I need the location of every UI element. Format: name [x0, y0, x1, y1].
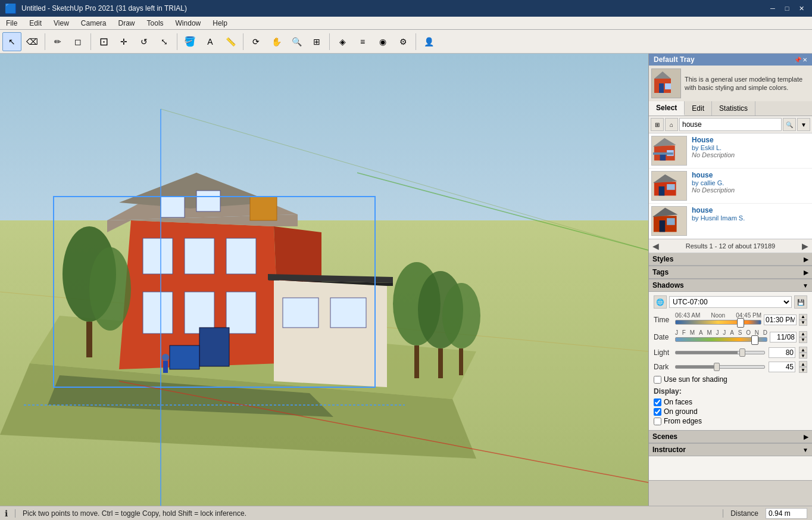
pencil-tool-button[interactable]: ✏: [48, 32, 67, 51]
tray-pin-button[interactable]: 📌: [794, 57, 801, 63]
on-ground-row: On ground: [654, 407, 807, 416]
styles-tool-button[interactable]: ◉: [373, 32, 392, 51]
zoom-ext-tool-button[interactable]: ⊞: [307, 32, 326, 51]
tags-expand-icon: ▶: [804, 269, 808, 276]
tray-close-button[interactable]: ✕: [802, 57, 807, 63]
menu-tools[interactable]: Tools: [141, 18, 170, 29]
list-item[interactable]: house by Husnil Imam S.: [649, 204, 812, 239]
svg-rect-57: [667, 184, 675, 190]
scenes-header[interactable]: Scenes ▶: [649, 431, 812, 443]
menu-camera[interactable]: Camera: [75, 18, 113, 29]
timezone-save-button[interactable]: 💾: [794, 295, 807, 309]
push-pull-tool-button[interactable]: ⊡: [94, 32, 113, 51]
svg-rect-14: [226, 238, 256, 274]
dark-value-arrows: ▲ ▼: [799, 361, 807, 373]
select-tool-button[interactable]: ↖: [2, 32, 21, 51]
time-slider-track[interactable]: [675, 320, 761, 325]
component-name[interactable]: house: [692, 171, 810, 179]
menu-draw[interactable]: Draw: [113, 18, 141, 29]
user-tool-button[interactable]: 👤: [419, 32, 438, 51]
on-faces-checkbox[interactable]: [654, 398, 661, 406]
light-row: Light 80 ▲ ▼: [654, 347, 807, 359]
component-name[interactable]: house: [692, 206, 810, 214]
components-tool-button[interactable]: ◈: [333, 32, 352, 51]
menu-help[interactable]: Help: [207, 18, 233, 29]
orbit-tool-button[interactable]: ⟳: [246, 32, 266, 51]
light-slider-track[interactable]: [675, 351, 765, 354]
menu-window[interactable]: Window: [170, 18, 207, 29]
shapes-tool-button[interactable]: ◻: [68, 32, 88, 51]
time-slider-thumb[interactable]: [737, 318, 744, 328]
component-author: by Husnil Imam S.: [692, 214, 810, 222]
rotate-tool-button[interactable]: ↺: [135, 32, 154, 51]
dark-value-input[interactable]: 45: [769, 362, 795, 372]
dark-slider-thumb[interactable]: [714, 363, 720, 371]
time-value-input[interactable]: [764, 315, 797, 325]
dark-slider-track[interactable]: [675, 365, 765, 369]
date-slider-track[interactable]: [675, 337, 767, 342]
nav-back-button[interactable]: ◀: [652, 241, 659, 251]
on-ground-checkbox[interactable]: [654, 408, 661, 416]
search-input[interactable]: [679, 118, 782, 131]
date-up-button[interactable]: ▲: [799, 331, 807, 337]
light-slider-thumb[interactable]: [739, 348, 745, 357]
svg-rect-34: [438, 348, 443, 378]
timezone-select[interactable]: UTC-07:00 UTC-08:00 UTC-06:00: [669, 296, 792, 308]
time-up-button[interactable]: ▲: [799, 314, 807, 320]
svg-point-35: [442, 283, 480, 348]
extensions-tool-button[interactable]: ⚙: [393, 32, 413, 51]
menu-view[interactable]: View: [48, 18, 75, 29]
from-edges-row: From edges: [654, 417, 807, 425]
tags-header[interactable]: Tags ▶: [649, 266, 812, 279]
zoom-tool-button[interactable]: 🔍: [287, 32, 306, 51]
search-button[interactable]: 🔍: [783, 118, 796, 131]
search-dropdown-button[interactable]: ▼: [797, 118, 810, 131]
shadows-collapse-icon: ▼: [802, 282, 808, 289]
styles-header[interactable]: Styles ▶: [649, 253, 812, 266]
light-down-button[interactable]: ▼: [799, 353, 807, 359]
time-row: Time 06:43 AM Noon 04:45 PM ▲: [654, 312, 807, 327]
list-item[interactable]: house by callie G. No Description: [649, 169, 812, 204]
dark-down-button[interactable]: ▼: [799, 367, 807, 373]
tray-controls: 📌 ✕: [794, 57, 807, 63]
move-tool-button[interactable]: ✛: [114, 32, 133, 51]
scale-tool-button[interactable]: ⤡: [155, 32, 174, 51]
nav-forward-button[interactable]: ▶: [802, 241, 808, 251]
tab-edit[interactable]: Edit: [685, 101, 712, 116]
svg-marker-55: [653, 175, 677, 183]
home-button[interactable]: ⌂: [665, 118, 678, 131]
grid-view-button[interactable]: ⊞: [651, 118, 664, 131]
shadows-header[interactable]: Shadows ▼: [649, 279, 812, 292]
minimize-button[interactable]: ─: [767, 2, 779, 14]
component-name[interactable]: House: [692, 136, 810, 144]
close-button[interactable]: ✕: [795, 2, 807, 14]
light-up-button[interactable]: ▲: [799, 347, 807, 353]
distance-input[interactable]: [766, 508, 807, 519]
menu-file[interactable]: File: [0, 18, 23, 29]
viewport[interactable]: [0, 54, 648, 506]
date-slider-thumb[interactable]: [751, 335, 758, 345]
date-down-button[interactable]: ▼: [799, 337, 807, 343]
menu-edit[interactable]: Edit: [23, 18, 48, 29]
paint-tool-button[interactable]: 🪣: [180, 32, 199, 51]
tab-select[interactable]: Select: [649, 101, 685, 116]
pan-tool-button[interactable]: ✋: [267, 32, 286, 51]
tape-tool-button[interactable]: 📏: [221, 32, 240, 51]
svg-rect-47: [659, 83, 664, 93]
status-message: Pick two points to move. Ctrl = toggle C…: [23, 509, 716, 518]
svg-rect-19: [196, 191, 220, 211]
maximize-button[interactable]: □: [781, 2, 793, 14]
svg-rect-29: [86, 322, 92, 357]
date-value-input[interactable]: [770, 332, 797, 342]
list-item[interactable]: House by Eskil L. No Description: [649, 133, 812, 169]
from-edges-checkbox[interactable]: [654, 418, 661, 425]
light-value-input[interactable]: 80: [769, 347, 795, 358]
text-tool-button[interactable]: A: [201, 32, 220, 51]
use-sun-checkbox[interactable]: [654, 376, 661, 384]
time-down-button[interactable]: ▼: [799, 320, 807, 326]
layers-tool-button[interactable]: ≡: [353, 32, 372, 51]
tab-statistics[interactable]: Statistics: [712, 101, 755, 116]
dark-up-button[interactable]: ▲: [799, 361, 807, 367]
eraser-tool-button[interactable]: ⌫: [23, 32, 42, 51]
instructor-header[interactable]: Instructor ▼: [649, 444, 812, 456]
